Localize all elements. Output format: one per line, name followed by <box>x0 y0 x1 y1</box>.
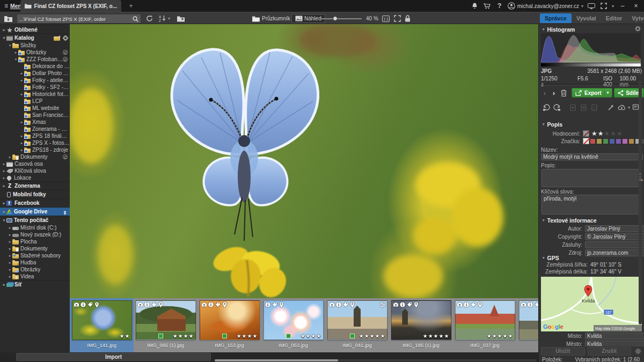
export-chevron-icon[interactable]: ▾ <box>604 91 609 95</box>
filmstrip-thumbnail[interactable] <box>517 298 538 352</box>
rotate-left-icon[interactable] <box>542 104 551 111</box>
sidebar-item-obl-ben[interactable]: ▸★Oblíbené <box>0 26 70 33</box>
notifications-bell-icon[interactable] <box>471 2 479 10</box>
rotate-right-icon[interactable] <box>553 104 561 111</box>
sidebar-item-sta-en-soubory[interactable]: ▸Stažené soubory <box>0 252 70 259</box>
description-section-header[interactable]: ▾ Popis <box>539 120 644 128</box>
expand-arrow-icon[interactable]: ▸ <box>8 254 12 258</box>
path-search-input[interactable]: ...\Final CZ fotoset ZPS X (EXIF, order <box>17 14 141 23</box>
sidebar-item-zps-x-fotosety[interactable]: ▸ZPS X - fotosety <box>0 139 70 146</box>
sidebar-item-google-drive[interactable]: ▸Google Drive <box>0 207 70 216</box>
expand-arrow-icon[interactable]: ▾ <box>13 57 18 62</box>
keywords-textarea[interactable]: příroda, motýl <box>541 195 640 215</box>
sidebar-item-zps18-zdroje[interactable]: ▸ZPS18 - zdroje <box>0 146 70 153</box>
expand-arrow-icon[interactable]: ▸ <box>8 233 12 237</box>
zoom-slider-thumb[interactable] <box>333 16 338 21</box>
expand-arrow-icon[interactable]: ▸ <box>2 184 6 188</box>
expand-arrow-icon[interactable]: ▸ <box>2 176 6 180</box>
filmstrip-thumbnail[interactable]: ★★IMG_141.jpg <box>70 298 134 352</box>
thumbnail-stars[interactable]: ★★★★ <box>173 333 194 339</box>
mark-color-swatch[interactable] <box>622 138 628 144</box>
expand-arrow-icon[interactable]: ▸ <box>19 71 24 76</box>
close-button[interactable]: × <box>631 2 641 10</box>
module-tab-spr-vce[interactable]: Správce <box>540 13 572 23</box>
sidebar-item-lcp[interactable]: LCP <box>0 98 70 105</box>
thumbnail-stars[interactable]: ★★ <box>120 333 130 339</box>
expand-arrow-icon[interactable]: ▸ <box>2 201 6 205</box>
text-info-field-copyright[interactable] <box>585 233 644 240</box>
mark-color-swatch[interactable] <box>609 138 615 144</box>
sidebar-item-lokace[interactable]: ▸Lokace <box>0 174 70 181</box>
expand-arrow-icon[interactable]: ▾ <box>2 218 6 223</box>
sidebar-item-obr-zky[interactable]: ▸Obrázky <box>0 49 70 56</box>
sidebar-item-slo-ky[interactable]: ▾Složky <box>0 42 70 49</box>
cloud-preset-icon[interactable] <box>617 104 626 111</box>
expand-arrow-icon[interactable]: ▸ <box>19 148 24 152</box>
filmstrip-scrollbar[interactable] <box>215 359 537 361</box>
expand-arrow-icon[interactable]: ▸ <box>8 155 12 159</box>
expand-arrow-icon[interactable]: ▾ <box>8 43 12 48</box>
rating-star-icon[interactable]: ★ <box>617 130 623 137</box>
expand-arrow-icon[interactable]: ▸ <box>8 275 12 279</box>
sync-icon[interactable] <box>63 57 68 62</box>
lock-zoom-button[interactable] <box>405 14 411 23</box>
sidebar-item-fotky-sf2-ho[interactable]: Fotky - SF2 - Ho... <box>0 84 70 91</box>
expand-arrow-icon[interactable]: ▸ <box>19 134 24 138</box>
sidebar-item-zps-18-fin-ln-fo[interactable]: ▸ZPS 18 finální fo... <box>0 132 70 139</box>
gps-map[interactable]: Kvilda 167 Google Map data ©2016 Google <box>541 277 642 331</box>
thumbnail-stars[interactable]: ★★★★★ <box>487 333 514 339</box>
rating-star-icon[interactable]: ★ <box>591 130 598 137</box>
no-mark-swatch[interactable] <box>583 138 589 144</box>
mark-color-swatch[interactable] <box>616 138 621 144</box>
help-icon[interactable]: ? <box>495 2 504 10</box>
thumbnail-stars[interactable]: ★★★★ <box>301 333 322 339</box>
thumbnail-stars[interactable]: ★★★★★ <box>423 333 450 339</box>
sidebar-item-nov-svazek-d[interactable]: ▸Nový svazek (D:) <box>0 231 70 238</box>
panel-scrollbar[interactable] <box>639 80 642 324</box>
text-info-field-z-sluhy[interactable] <box>585 241 644 248</box>
preview-mode-button[interactable]: Náhled <box>291 14 325 23</box>
second-display-icon[interactable] <box>587 2 596 10</box>
sidebar-item-katalog[interactable]: ▾Katalog <box>0 33 70 42</box>
expand-arrow-icon[interactable]: ▸ <box>8 240 12 244</box>
fullscreen-chevron-icon[interactable]: ▾ <box>612 4 614 9</box>
sidebar-item-obr-zky[interactable]: ▸Obrázky <box>0 266 70 273</box>
filmstrip-thumbnail[interactable]: ★★★★IMG_053.jpg <box>261 298 325 352</box>
histogram-settings-gear-icon[interactable] <box>635 26 641 33</box>
histogram-section-header[interactable]: ▾ Histogram <box>539 25 644 33</box>
photo-preview[interactable] <box>70 24 538 298</box>
sidebar-item-dokumenty[interactable]: ▸Dokumenty <box>0 153 70 160</box>
sidebar-item-s[interactable]: ▸Síť <box>0 280 70 289</box>
magic-wand-icon[interactable] <box>606 104 615 111</box>
no-rating-icon[interactable] <box>583 130 589 137</box>
sidebar-item-tento-po-ta[interactable]: ▾Tento počítač <box>0 216 70 224</box>
preset-chevron-icon[interactable]: ▾ <box>628 105 630 110</box>
cancel-button[interactable]: Zrušit <box>588 347 632 356</box>
text-info-field-autor[interactable] <box>585 225 644 232</box>
minimize-button[interactable]: – <box>618 2 627 10</box>
thumbnail-stars[interactable]: ★★★★ <box>237 333 258 339</box>
zoom-slider[interactable] <box>321 18 362 19</box>
document-tab[interactable]: Final CZ fotoset ZPS X (EXIF, o... <box>20 0 121 12</box>
sidebar-item-xmas[interactable]: ▸Xmas <box>0 119 70 125</box>
gps-section-header[interactable]: ▾ GPS <box>539 254 644 262</box>
expand-arrow-icon[interactable]: ▸ <box>19 141 24 145</box>
mark-color-swatch[interactable] <box>603 138 609 144</box>
module-tab-editor[interactable]: Editor <box>601 13 627 23</box>
expand-arrow-icon[interactable]: ▸ <box>2 28 6 32</box>
zoom-100-button[interactable]: 1:1 <box>382 14 390 23</box>
new-tab-button[interactable]: + <box>127 2 135 10</box>
expand-arrow-icon[interactable]: ▸ <box>2 283 6 287</box>
search-icon[interactable] <box>133 16 138 22</box>
trash-icon[interactable] <box>559 89 568 97</box>
new-folder-button[interactable] <box>177 14 185 23</box>
import-button[interactable]: Import <box>16 353 211 361</box>
sidebar-item-zonerama-ho[interactable]: Zonerama - ho... <box>0 125 70 132</box>
expand-arrow-icon[interactable]: ▾ <box>2 36 6 40</box>
mark-color-swatch[interactable] <box>596 138 602 144</box>
folder-plus-icon[interactable] <box>54 36 60 41</box>
expand-arrow-icon[interactable]: ▸ <box>8 261 12 265</box>
sync-icon[interactable] <box>63 50 68 55</box>
filmstrip-thumbnail[interactable]: ★★★★★IMG_185 (1).jpg <box>389 298 453 352</box>
sidebar-item-dokumenty[interactable]: ▸Dokumenty <box>0 245 70 252</box>
